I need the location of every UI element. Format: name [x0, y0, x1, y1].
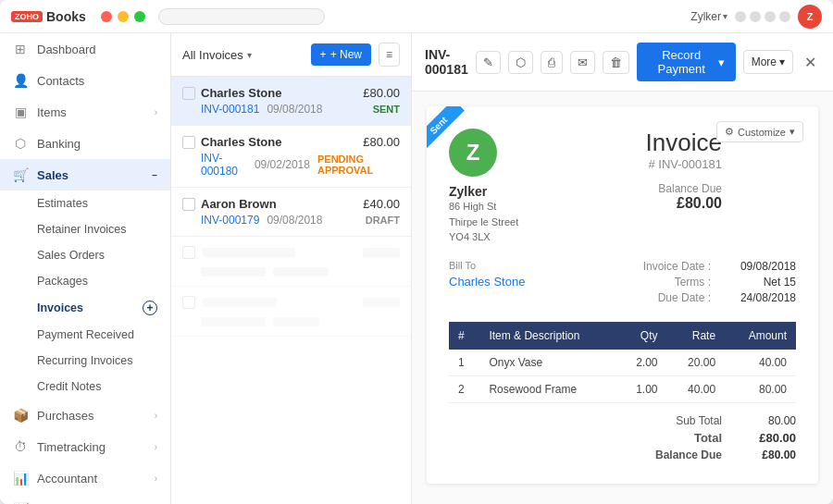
- table-row: 2 Rosewood Frame 1.00 40.00 80.00: [449, 375, 796, 402]
- invoice-id[interactable]: INV-000179: [201, 214, 259, 227]
- balance-due-label: Balance Due: [629, 449, 722, 461]
- invoice-totals: Sub Total 80.00 Total £80.00 Balance Due…: [449, 414, 796, 461]
- invoice-item[interactable]: Aaron Brown £40.00 INV-000179 09/08/2018…: [171, 188, 411, 237]
- record-payment-label: Record Payment: [648, 48, 715, 76]
- invoice-item-placeholder: [171, 237, 411, 287]
- invoice-amount: £80.00: [363, 135, 400, 149]
- invoice-customer-name: Charles Stone: [201, 135, 357, 149]
- invoice-status: SENT: [373, 104, 400, 115]
- edit-button[interactable]: ✎: [476, 51, 501, 74]
- dashboard-icon: ⊞: [13, 42, 28, 56]
- sidebar-item-recurring-invoices[interactable]: Recurring Invoices: [37, 348, 170, 374]
- invoice-item[interactable]: Charles Stone £80.00 INV-000180 09/02/20…: [171, 126, 411, 188]
- customize-button[interactable]: ⚙ Customize ▾: [716, 121, 803, 142]
- balance-due-label: Balance Due: [646, 182, 722, 195]
- record-payment-button[interactable]: Record Payment ▾: [637, 43, 736, 81]
- sent-ribbon-label: Sent: [427, 106, 465, 151]
- row-qty: 2.00: [616, 350, 666, 376]
- row-num: 1: [449, 350, 479, 376]
- sidebar-item-payment-received[interactable]: Payment Received: [37, 322, 170, 348]
- plus-icon: +: [320, 48, 327, 61]
- email-button[interactable]: ✉: [570, 51, 595, 74]
- banking-icon: ⬡: [13, 136, 28, 151]
- more-button[interactable]: More ▾: [743, 50, 793, 74]
- col-description: Item & Description: [479, 322, 616, 350]
- invoice-status: PENDING APPROVAL: [317, 154, 400, 176]
- sidebar-item-invoices[interactable]: Invoices +: [37, 294, 170, 322]
- tb-icon3[interactable]: [765, 11, 776, 22]
- meta-row-date: Invoice Date : 09/08/2018: [643, 260, 796, 273]
- sidebar-item-sales[interactable]: 🛒 Sales −: [0, 159, 170, 191]
- list-view-button[interactable]: ≡: [379, 43, 400, 67]
- invoice-amount: £40.00: [363, 197, 400, 211]
- meta-row-due: Due Date : 24/08/2018: [643, 291, 796, 304]
- sidebar-item-label: Banking: [37, 137, 157, 151]
- company-address: 86 High St Thirpe le Street YO4 3LX: [449, 199, 518, 245]
- invoices-add-icon[interactable]: +: [143, 301, 157, 315]
- zoho-logo: ZOHO: [11, 11, 43, 22]
- bill-to-name[interactable]: Charles Stone: [449, 275, 525, 289]
- invoice-card: Sent ⚙ Customize ▾ Z: [427, 106, 818, 484]
- invoice-status: DRAFT: [366, 215, 400, 226]
- chevron-right-icon: ›: [155, 411, 157, 421]
- sidebar-item-credit-notes[interactable]: Credit Notes: [37, 374, 170, 400]
- print-button[interactable]: ⎙: [541, 51, 563, 74]
- sidebar-item-banking[interactable]: ⬡ Banking: [0, 128, 170, 159]
- new-invoice-button[interactable]: + + New: [311, 43, 371, 66]
- sidebar: ⊞ Dashboard 👤 Contacts ▣ Items › ⬡ Banki…: [0, 33, 171, 504]
- sidebar-item-label: Dashboard: [37, 43, 157, 56]
- invoice-checkbox: [182, 296, 195, 309]
- invoice-checkbox[interactable]: [182, 136, 195, 149]
- sidebar-item-reports[interactable]: 📈 Reports: [0, 494, 170, 504]
- delete-button[interactable]: 🗑: [603, 51, 629, 74]
- total-row: Total £80.00: [629, 431, 796, 445]
- chevron-down-icon: ▾: [247, 50, 252, 60]
- balance-due-row: Balance Due £80.00: [629, 449, 796, 461]
- sidebar-item-label: Accountant: [37, 472, 145, 486]
- tl-red[interactable]: [101, 11, 112, 22]
- app-logo: ZOHO Books: [11, 9, 86, 24]
- meta-key: Due Date :: [658, 291, 711, 304]
- tb-icon4[interactable]: [779, 11, 790, 22]
- tb-icon1[interactable]: [735, 11, 746, 22]
- invoice-number: INV-000181: [425, 47, 468, 77]
- invoice-meta: Invoice Date : 09/08/2018 Terms : Net 15…: [643, 260, 796, 307]
- invoice-customer-name: Aaron Brown: [201, 197, 357, 211]
- invoice-checkbox[interactable]: [182, 198, 195, 211]
- sidebar-item-sales-orders[interactable]: Sales Orders: [37, 242, 170, 268]
- col-qty: Qty: [616, 322, 666, 350]
- invoice-checkbox[interactable]: [182, 87, 195, 100]
- balance-due-amount: £80.00: [646, 195, 722, 212]
- sidebar-item-retainer-invoices[interactable]: Retainer Invoices: [37, 216, 170, 242]
- row-description: Rosewood Frame: [479, 375, 616, 402]
- sidebar-item-items[interactable]: ▣ Items ›: [0, 96, 170, 128]
- sidebar-item-purchases[interactable]: 📦 Purchases ›: [0, 400, 170, 431]
- sidebar-item-packages[interactable]: Packages: [37, 268, 170, 294]
- sidebar-item-timetracking[interactable]: ⏱ Timetracking ›: [0, 431, 170, 462]
- total-value: £80.00: [740, 431, 796, 445]
- chevron-down-icon: −: [152, 170, 157, 180]
- tb-icon2[interactable]: [750, 11, 761, 22]
- dropdown-arrow-icon: ▾: [718, 55, 725, 69]
- invoice-item-header: Charles Stone £80.00: [182, 86, 400, 100]
- close-button[interactable]: ✕: [801, 54, 820, 71]
- invoice-item-details: INV-000179 09/08/2018 DRAFT: [182, 214, 400, 227]
- title-bar: ZOHO Books Zylker ▾ Z: [0, 0, 833, 33]
- tl-yellow[interactable]: [118, 11, 129, 22]
- row-num: 2: [449, 375, 479, 402]
- tl-green[interactable]: [134, 11, 145, 22]
- sidebar-item-accountant[interactable]: 📊 Accountant ›: [0, 462, 170, 494]
- filter-dropdown[interactable]: All Invoices ▾: [182, 48, 252, 62]
- invoice-id[interactable]: INV-000180: [201, 152, 247, 178]
- copy-button[interactable]: ⬡: [508, 51, 533, 74]
- row-description: Onyx Vase: [479, 350, 616, 376]
- company-name: Zylker: [449, 184, 518, 199]
- invoice-item[interactable]: Charles Stone £80.00 INV-000181 09/08/20…: [171, 77, 411, 126]
- sidebar-item-dashboard[interactable]: ⊞ Dashboard: [0, 33, 170, 65]
- filter-label: All Invoices: [182, 48, 243, 62]
- content-area: All Invoices ▾ + + New ≡ Cha: [171, 33, 833, 504]
- sidebar-item-contacts[interactable]: 👤 Contacts: [0, 65, 170, 96]
- invoice-id[interactable]: INV-000181: [201, 103, 259, 116]
- avatar[interactable]: Z: [798, 5, 822, 29]
- sidebar-item-estimates[interactable]: Estimates: [37, 191, 170, 216]
